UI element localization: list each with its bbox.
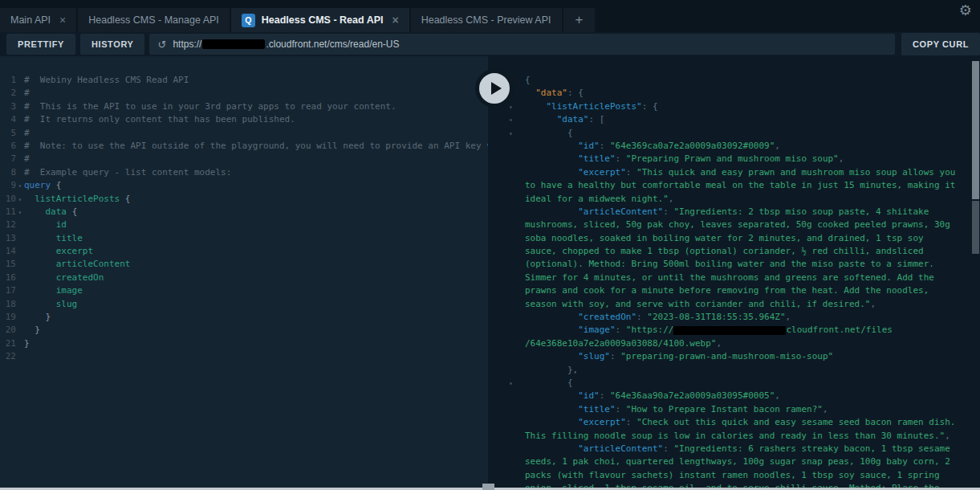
line-number: 8	[5, 166, 16, 179]
editor-line[interactable]: 10▾ listArticlePosts {	[0, 193, 488, 206]
toolbar: PRETTIFY HISTORY ↺ https:// .cloudfront.…	[0, 32, 980, 56]
code-token	[24, 259, 56, 269]
editor-line[interactable]: 8# Example query - list content models:	[0, 166, 488, 179]
code-token: packs (with flavour sachets) instant ram…	[525, 470, 940, 480]
editor-line[interactable]: 5#	[0, 127, 488, 140]
tab-main-api[interactable]: Main API×	[0, 8, 76, 32]
editor-line[interactable]: 3# This is the API to use in your 3rd pa…	[0, 100, 488, 113]
editor-line[interactable]: 22	[0, 350, 488, 363]
tab-close-icon[interactable]: ×	[392, 14, 398, 26]
tab-headless-cms-read-api[interactable]: QHeadless CMS - Read API×	[231, 8, 409, 32]
code-token	[525, 128, 567, 138]
code-token: "This quick and easy prawn and mushroom …	[636, 167, 955, 178]
execute-query-button[interactable]	[475, 69, 514, 108]
result-line: "slug": "preparing-prawn-and-mushroom-mi…	[509, 350, 980, 363]
result-line: "id": "64e36aa90a7e2a0009a03095#0005",	[509, 390, 980, 402]
line-number: 9	[5, 179, 16, 192]
result-vertical-scrollbar-track[interactable]	[972, 201, 979, 254]
line-number: 18	[5, 298, 16, 311]
tab-headless-cms-manage-api[interactable]: Headless CMS - Manage API	[78, 8, 230, 32]
code-token	[525, 167, 578, 178]
code-token: ,	[716, 338, 722, 349]
editor-line[interactable]: 7#	[0, 153, 488, 165]
code-token: sauce, chopped to make 1 tbsp (optional)…	[525, 246, 924, 256]
line-number: 6	[5, 140, 16, 153]
code-token: ,	[786, 312, 791, 322]
result-line: "id": "64e369ca0a7e2a0009a03092#0009",	[509, 140, 980, 153]
line-number: 14	[5, 245, 16, 258]
copy-curl-button[interactable]: COPY CURL	[901, 33, 980, 55]
code-token	[525, 404, 578, 414]
code-token: (optional). Method: Bring 500ml boiling …	[525, 259, 934, 269]
code-token: Simmer for 4 minutes, or until the mushr…	[525, 272, 934, 283]
code-token: :	[626, 417, 636, 427]
tab-label: Headless CMS - Manage API	[88, 14, 219, 26]
editor-line[interactable]: 18 slug	[0, 298, 488, 311]
line-number: 22	[5, 350, 16, 363]
editor-line[interactable]: 21}	[0, 337, 488, 350]
code-token: listArticlePosts	[35, 194, 125, 204]
prettify-button[interactable]: PRETTIFY	[6, 34, 75, 55]
result-line: "image": "https://cloudfront.net/files	[509, 324, 980, 337]
fold-arrow-icon[interactable]: ▾	[16, 206, 24, 219]
result-line: "createdOn": "2023-08-31T18:55:35.964Z",	[509, 311, 980, 324]
endpoint-url-input[interactable]: ↺ https:// .cloudfront.net/cms/read/en-U…	[149, 34, 895, 55]
horizontal-scrollbar-thumb[interactable]	[482, 484, 494, 490]
code-token	[24, 299, 56, 309]
result-line: prawns and cook for a minute before remo…	[509, 284, 980, 297]
editor-line[interactable]: 6# Note: to use the API outside of the p…	[0, 140, 488, 153]
tab-close-icon[interactable]: ×	[59, 14, 66, 26]
code-token	[525, 312, 578, 322]
editor-line[interactable]: 12 id	[0, 218, 488, 231]
fold-arrow-icon[interactable]: ▾	[509, 378, 525, 390]
code-token: "64e369ca0a7e2a0009a03092#0009"	[610, 141, 775, 151]
tab-headless-cms-preview-api[interactable]: Headless CMS - Preview API	[411, 8, 562, 32]
code-token: {	[578, 88, 584, 98]
code-token: ,	[839, 153, 844, 164]
result-line: "articleContent": "Ingredients: 2 tbsp m…	[509, 206, 980, 218]
editor-line[interactable]: 1# Webiny Headless CMS Read API	[0, 74, 488, 87]
fold-arrow-icon[interactable]: ▾	[16, 180, 24, 193]
editor-line[interactable]: 9▾query {	[0, 179, 488, 192]
line-number: 4	[5, 113, 16, 126]
code-token: cloudfront.net/files	[786, 325, 892, 335]
editor-line[interactable]: 14 excerpt	[0, 245, 488, 258]
editor-line[interactable]: 4# It returns only content that has been…	[0, 113, 488, 126]
code-token: {	[567, 378, 573, 388]
response-json-code: ▾{▾ "data": {▾ "listArticlePosts": {▾ "d…	[488, 56, 980, 490]
code-token: :	[567, 88, 578, 98]
editor-line[interactable]: 19 }	[0, 311, 488, 324]
editor-line[interactable]: 16 createdOn	[0, 272, 488, 284]
line-number: 12	[5, 218, 16, 231]
editor-line[interactable]: 13 title	[0, 232, 488, 245]
code-token: "image"	[578, 325, 615, 335]
code-token	[525, 325, 578, 335]
editor-line[interactable]: 11▾ data {	[0, 206, 488, 218]
code-token: #	[24, 88, 30, 98]
reload-icon[interactable]: ↺	[157, 39, 166, 51]
fold-arrow-icon[interactable]: ▾	[509, 101, 525, 114]
line-number: 13	[5, 232, 16, 245]
code-token: :	[616, 404, 626, 414]
fold-arrow-icon[interactable]: ▾	[16, 194, 24, 206]
endpoint-url-suffix: .cloudfront.net/cms/read/en-US	[266, 39, 399, 50]
new-tab-button[interactable]: +	[563, 8, 596, 32]
code-token: excerpt	[56, 246, 93, 256]
line-number: 17	[5, 284, 16, 297]
editor-line[interactable]: 20 }	[0, 324, 488, 337]
editor-line[interactable]: 15 articleContent	[0, 258, 488, 271]
code-token: "articleContent"	[578, 206, 663, 217]
result-vertical-scrollbar-thumb[interactable]	[972, 61, 979, 199]
fold-arrow-icon[interactable]: ▾	[509, 114, 525, 127]
query-editor-code[interactable]: 1# Webiny Headless CMS Read API2#3# This…	[0, 56, 488, 364]
code-token: ,	[945, 431, 950, 441]
editor-line[interactable]: 2#	[0, 87, 488, 100]
code-token: This filling noodle soup is low in calor…	[525, 431, 945, 441]
fold-arrow-icon[interactable]: ▾	[509, 128, 525, 141]
code-token: "title"	[578, 153, 615, 164]
settings-gear-icon[interactable]: ⚙	[959, 3, 972, 18]
code-token	[24, 233, 56, 243]
query-editor-pane[interactable]: 1# Webiny Headless CMS Read API2#3# This…	[0, 56, 488, 490]
editor-line[interactable]: 17 image	[0, 284, 488, 297]
history-button[interactable]: HISTORY	[80, 34, 145, 55]
